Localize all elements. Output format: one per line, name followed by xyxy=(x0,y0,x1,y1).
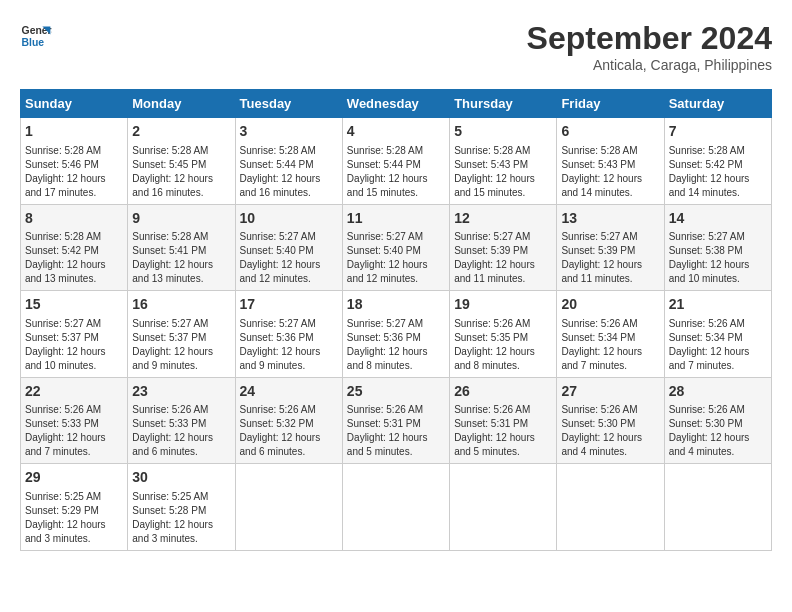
day-cell: 28Sunrise: 5:26 AMSunset: 5:30 PMDayligh… xyxy=(664,377,771,464)
day-cell: 21Sunrise: 5:26 AMSunset: 5:34 PMDayligh… xyxy=(664,291,771,378)
day-info: Sunrise: 5:27 AMSunset: 5:37 PMDaylight:… xyxy=(25,317,123,373)
day-cell: 9Sunrise: 5:28 AMSunset: 5:41 PMDaylight… xyxy=(128,204,235,291)
week-row-1: 1Sunrise: 5:28 AMSunset: 5:46 PMDaylight… xyxy=(21,118,772,205)
day-number: 26 xyxy=(454,382,552,402)
day-number: 22 xyxy=(25,382,123,402)
day-info: Sunrise: 5:27 AMSunset: 5:36 PMDaylight:… xyxy=(240,317,338,373)
day-number: 9 xyxy=(132,209,230,229)
day-number: 18 xyxy=(347,295,445,315)
day-number: 27 xyxy=(561,382,659,402)
day-number: 8 xyxy=(25,209,123,229)
day-info: Sunrise: 5:26 AMSunset: 5:30 PMDaylight:… xyxy=(561,403,659,459)
day-info: Sunrise: 5:26 AMSunset: 5:33 PMDaylight:… xyxy=(132,403,230,459)
day-cell: 16Sunrise: 5:27 AMSunset: 5:37 PMDayligh… xyxy=(128,291,235,378)
day-number: 23 xyxy=(132,382,230,402)
col-header-wednesday: Wednesday xyxy=(342,90,449,118)
day-info: Sunrise: 5:28 AMSunset: 5:45 PMDaylight:… xyxy=(132,144,230,200)
page-header: General Blue September 2024 Anticala, Ca… xyxy=(20,20,772,73)
day-number: 15 xyxy=(25,295,123,315)
day-cell: 19Sunrise: 5:26 AMSunset: 5:35 PMDayligh… xyxy=(450,291,557,378)
day-info: Sunrise: 5:25 AMSunset: 5:28 PMDaylight:… xyxy=(132,490,230,546)
day-cell: 14Sunrise: 5:27 AMSunset: 5:38 PMDayligh… xyxy=(664,204,771,291)
week-row-5: 29Sunrise: 5:25 AMSunset: 5:29 PMDayligh… xyxy=(21,464,772,551)
day-info: Sunrise: 5:27 AMSunset: 5:38 PMDaylight:… xyxy=(669,230,767,286)
day-cell: 12Sunrise: 5:27 AMSunset: 5:39 PMDayligh… xyxy=(450,204,557,291)
day-cell: 30Sunrise: 5:25 AMSunset: 5:28 PMDayligh… xyxy=(128,464,235,551)
day-info: Sunrise: 5:28 AMSunset: 5:44 PMDaylight:… xyxy=(240,144,338,200)
day-info: Sunrise: 5:27 AMSunset: 5:36 PMDaylight:… xyxy=(347,317,445,373)
day-number: 6 xyxy=(561,122,659,142)
day-cell: 11Sunrise: 5:27 AMSunset: 5:40 PMDayligh… xyxy=(342,204,449,291)
day-number: 29 xyxy=(25,468,123,488)
title-block: September 2024 Anticala, Caraga, Philipp… xyxy=(527,20,772,73)
day-info: Sunrise: 5:28 AMSunset: 5:46 PMDaylight:… xyxy=(25,144,123,200)
day-cell: 25Sunrise: 5:26 AMSunset: 5:31 PMDayligh… xyxy=(342,377,449,464)
day-info: Sunrise: 5:28 AMSunset: 5:42 PMDaylight:… xyxy=(669,144,767,200)
day-number: 5 xyxy=(454,122,552,142)
day-number: 21 xyxy=(669,295,767,315)
day-cell: 3Sunrise: 5:28 AMSunset: 5:44 PMDaylight… xyxy=(235,118,342,205)
day-cell: 8Sunrise: 5:28 AMSunset: 5:42 PMDaylight… xyxy=(21,204,128,291)
location: Anticala, Caraga, Philippines xyxy=(527,57,772,73)
day-info: Sunrise: 5:27 AMSunset: 5:40 PMDaylight:… xyxy=(347,230,445,286)
day-cell: 27Sunrise: 5:26 AMSunset: 5:30 PMDayligh… xyxy=(557,377,664,464)
day-cell: 7Sunrise: 5:28 AMSunset: 5:42 PMDaylight… xyxy=(664,118,771,205)
day-cell xyxy=(342,464,449,551)
day-info: Sunrise: 5:27 AMSunset: 5:40 PMDaylight:… xyxy=(240,230,338,286)
day-info: Sunrise: 5:26 AMSunset: 5:31 PMDaylight:… xyxy=(454,403,552,459)
day-info: Sunrise: 5:26 AMSunset: 5:35 PMDaylight:… xyxy=(454,317,552,373)
day-info: Sunrise: 5:27 AMSunset: 5:39 PMDaylight:… xyxy=(454,230,552,286)
day-cell: 2Sunrise: 5:28 AMSunset: 5:45 PMDaylight… xyxy=(128,118,235,205)
day-number: 14 xyxy=(669,209,767,229)
col-header-monday: Monday xyxy=(128,90,235,118)
day-number: 24 xyxy=(240,382,338,402)
day-number: 30 xyxy=(132,468,230,488)
col-header-tuesday: Tuesday xyxy=(235,90,342,118)
day-info: Sunrise: 5:28 AMSunset: 5:43 PMDaylight:… xyxy=(561,144,659,200)
day-number: 17 xyxy=(240,295,338,315)
calendar-table: SundayMondayTuesdayWednesdayThursdayFrid… xyxy=(20,89,772,551)
col-header-friday: Friday xyxy=(557,90,664,118)
day-cell: 10Sunrise: 5:27 AMSunset: 5:40 PMDayligh… xyxy=(235,204,342,291)
day-info: Sunrise: 5:28 AMSunset: 5:41 PMDaylight:… xyxy=(132,230,230,286)
day-info: Sunrise: 5:26 AMSunset: 5:30 PMDaylight:… xyxy=(669,403,767,459)
day-number: 1 xyxy=(25,122,123,142)
day-cell: 18Sunrise: 5:27 AMSunset: 5:36 PMDayligh… xyxy=(342,291,449,378)
logo-icon: General Blue xyxy=(20,20,52,52)
day-info: Sunrise: 5:28 AMSunset: 5:42 PMDaylight:… xyxy=(25,230,123,286)
day-cell: 24Sunrise: 5:26 AMSunset: 5:32 PMDayligh… xyxy=(235,377,342,464)
month-title: September 2024 xyxy=(527,20,772,57)
day-number: 13 xyxy=(561,209,659,229)
day-cell: 20Sunrise: 5:26 AMSunset: 5:34 PMDayligh… xyxy=(557,291,664,378)
day-number: 19 xyxy=(454,295,552,315)
day-cell: 5Sunrise: 5:28 AMSunset: 5:43 PMDaylight… xyxy=(450,118,557,205)
day-cell: 1Sunrise: 5:28 AMSunset: 5:46 PMDaylight… xyxy=(21,118,128,205)
day-info: Sunrise: 5:28 AMSunset: 5:44 PMDaylight:… xyxy=(347,144,445,200)
day-info: Sunrise: 5:27 AMSunset: 5:39 PMDaylight:… xyxy=(561,230,659,286)
day-number: 28 xyxy=(669,382,767,402)
column-headers: SundayMondayTuesdayWednesdayThursdayFrid… xyxy=(21,90,772,118)
day-cell xyxy=(235,464,342,551)
day-cell xyxy=(664,464,771,551)
day-info: Sunrise: 5:26 AMSunset: 5:32 PMDaylight:… xyxy=(240,403,338,459)
day-number: 11 xyxy=(347,209,445,229)
day-cell: 15Sunrise: 5:27 AMSunset: 5:37 PMDayligh… xyxy=(21,291,128,378)
day-info: Sunrise: 5:27 AMSunset: 5:37 PMDaylight:… xyxy=(132,317,230,373)
day-cell xyxy=(450,464,557,551)
day-number: 16 xyxy=(132,295,230,315)
day-number: 25 xyxy=(347,382,445,402)
day-cell: 6Sunrise: 5:28 AMSunset: 5:43 PMDaylight… xyxy=(557,118,664,205)
day-cell: 23Sunrise: 5:26 AMSunset: 5:33 PMDayligh… xyxy=(128,377,235,464)
day-cell: 22Sunrise: 5:26 AMSunset: 5:33 PMDayligh… xyxy=(21,377,128,464)
day-number: 7 xyxy=(669,122,767,142)
svg-text:Blue: Blue xyxy=(22,37,45,48)
day-number: 4 xyxy=(347,122,445,142)
col-header-thursday: Thursday xyxy=(450,90,557,118)
day-number: 2 xyxy=(132,122,230,142)
day-info: Sunrise: 5:25 AMSunset: 5:29 PMDaylight:… xyxy=(25,490,123,546)
day-info: Sunrise: 5:26 AMSunset: 5:31 PMDaylight:… xyxy=(347,403,445,459)
logo: General Blue xyxy=(20,20,52,52)
day-number: 20 xyxy=(561,295,659,315)
day-info: Sunrise: 5:26 AMSunset: 5:34 PMDaylight:… xyxy=(669,317,767,373)
day-cell: 26Sunrise: 5:26 AMSunset: 5:31 PMDayligh… xyxy=(450,377,557,464)
